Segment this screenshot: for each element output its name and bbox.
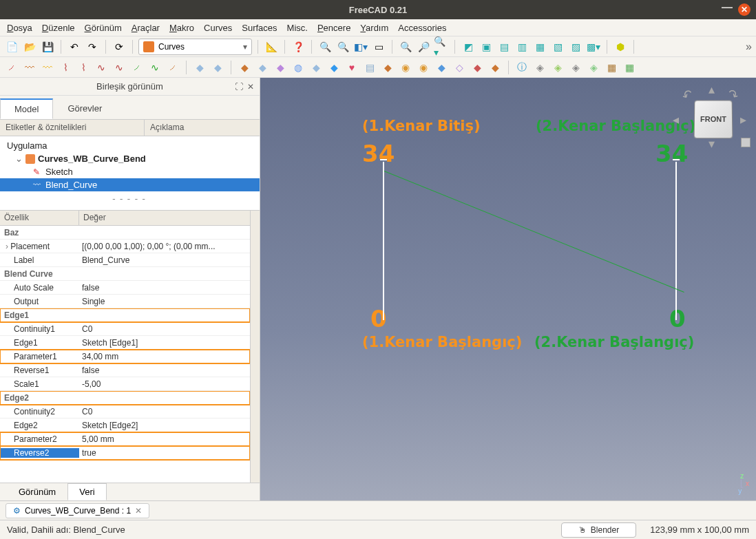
prop-auto scale[interactable]: Auto Scalefalse <box>0 281 250 295</box>
measure-icon[interactable]: 📐 <box>264 39 279 54</box>
bottom-view-icon[interactable]: ▧ <box>550 39 565 54</box>
new-file-icon[interactable]: 📄 <box>4 39 19 54</box>
surf-tool-16[interactable]: ◆ <box>470 60 485 75</box>
prop-group-baz[interactable]: Baz <box>0 226 250 240</box>
tree-item-blend-curve[interactable]: 〰 Blend_Curve <box>0 178 260 191</box>
prop-scale1[interactable]: Scale1-5,00 <box>0 377 250 391</box>
panel-close-icon[interactable]: ✕ <box>247 82 254 92</box>
top-view-icon[interactable]: ▤ <box>496 39 512 54</box>
sync-view-icon[interactable]: 🔍▾ <box>434 39 449 54</box>
right-view-icon[interactable]: ▥ <box>514 39 529 54</box>
menu-view[interactable]: Görünüm <box>85 23 122 33</box>
menu-misc[interactable]: Misc. <box>287 23 308 33</box>
zoom-all-icon[interactable]: 🔍 <box>335 39 350 54</box>
misc-tool-6[interactable]: ▦ <box>604 60 619 75</box>
misc-tool-5[interactable]: ◈ <box>586 60 601 75</box>
cube-ccw-icon[interactable]: ↶ <box>680 86 696 105</box>
curve-tool-4[interactable]: ⌇ <box>58 60 73 75</box>
close-tab-icon[interactable]: ✕ <box>135 506 142 516</box>
curve-tool-6[interactable]: ∿ <box>94 60 109 75</box>
workbench-select[interactable]: Curves ▾ <box>138 39 252 55</box>
zoom-out-icon[interactable]: 🔎 <box>416 39 431 54</box>
curve-tool-3[interactable]: 〰 <box>40 60 55 75</box>
surf-tool-8[interactable]: ◆ <box>326 60 342 75</box>
nav-cube[interactable]: ▴ ▾ ◂ ▸ ↶ ↷ FRONT <box>677 85 742 150</box>
misc-tool-3[interactable]: ◈ <box>550 60 565 75</box>
prop-placement[interactable]: › Placement[(0,00 0,00 1,00); 0,00 °; (0… <box>0 240 250 253</box>
undo-icon[interactable]: ↶ <box>67 39 82 54</box>
menu-tools[interactable]: Araçlar <box>132 23 160 33</box>
surf-tool-1[interactable]: ◆ <box>192 60 207 75</box>
menu-edit[interactable]: Düzenle <box>42 23 75 33</box>
cube-mini-icon[interactable] <box>741 138 750 147</box>
zoom-in-icon[interactable]: 🔍 <box>398 39 413 54</box>
cube-down-icon[interactable]: ▾ <box>708 136 715 151</box>
surf-tool-3[interactable]: ◆ <box>237 60 252 75</box>
prop-parameter2[interactable]: Parameter25,00 mm <box>0 432 250 446</box>
redo-icon[interactable]: ↷ <box>85 39 100 54</box>
cube-face-front[interactable]: FRONT <box>694 101 733 139</box>
bbox-icon[interactable]: ▭ <box>371 39 386 54</box>
misc-tool-7[interactable]: ▦ <box>622 60 637 75</box>
prop-reverse1[interactable]: Reverse1false <box>0 363 250 377</box>
tab-model[interactable]: Model <box>0 98 53 119</box>
menu-file[interactable]: Dosya <box>7 23 32 33</box>
close-icon[interactable]: ✕ <box>738 3 750 16</box>
cube-left-icon[interactable]: ◂ <box>673 112 679 127</box>
surf-tool-15[interactable]: ◇ <box>452 60 467 75</box>
tree-item-sketch[interactable]: ✎ Sketch <box>0 165 260 178</box>
save-file-icon[interactable]: 💾 <box>40 39 55 54</box>
iso-view-icon[interactable]: ◩ <box>461 39 476 54</box>
front-view-icon[interactable]: ▣ <box>479 39 494 54</box>
prop-parameter1[interactable]: Parameter134,00 mm <box>0 350 250 363</box>
tree-header-desc[interactable]: Açıklama <box>145 120 189 136</box>
curve-tool-2[interactable]: 〰 <box>22 60 37 75</box>
surf-tool-17[interactable]: ◆ <box>487 60 503 75</box>
cube-up-icon[interactable]: ▴ <box>708 82 715 97</box>
prop-label[interactable]: LabelBlend_Curve <box>0 253 250 267</box>
surf-tool-5[interactable]: ◆ <box>273 60 288 75</box>
surf-tool-4[interactable]: ◆ <box>255 60 270 75</box>
misc-tool-1[interactable]: ⓘ <box>514 60 529 75</box>
menu-surfaces[interactable]: Surfaces <box>242 23 277 33</box>
curve-tool-5[interactable]: ⌇ <box>76 60 91 75</box>
tree-separator[interactable]: ----- <box>0 191 260 206</box>
draw-style-icon[interactable]: ◧▾ <box>353 39 368 54</box>
open-file-icon[interactable]: 📂 <box>22 39 37 54</box>
menu-window[interactable]: Pencere <box>317 23 350 33</box>
whatsthis-icon[interactable]: ❓ <box>291 39 306 54</box>
expand-icon[interactable]: ⌄ <box>15 154 23 164</box>
misc-tool-4[interactable]: ◈ <box>568 60 583 75</box>
rear-view-icon[interactable]: ▦ <box>532 39 547 54</box>
surf-tool-13[interactable]: ◉ <box>416 60 431 75</box>
surf-tool-12[interactable]: ◉ <box>398 60 413 75</box>
refresh-icon[interactable]: ⟳ <box>112 39 127 54</box>
prop-group-edge2[interactable]: Edge2 <box>0 391 250 405</box>
property-scrollbar[interactable] <box>250 211 260 483</box>
menu-macro[interactable]: Makro <box>169 23 194 33</box>
toolbar-overflow-icon[interactable]: » <box>746 41 752 53</box>
prop-header-value[interactable]: Değer <box>79 211 110 225</box>
zoom-fit-icon[interactable]: 🔍 <box>317 39 333 54</box>
surf-tool-10[interactable]: ▤ <box>362 60 377 75</box>
left-view-icon[interactable]: ▨ <box>568 39 583 54</box>
btab-data[interactable]: Veri <box>67 483 106 500</box>
nav-style-select[interactable]: 🖱 Blender <box>561 522 636 538</box>
menu-curves[interactable]: Curves <box>204 23 232 33</box>
panel-restore-icon[interactable]: ⛶ <box>235 82 243 92</box>
part-icon[interactable]: ⬢ <box>613 39 628 54</box>
cube-right-icon[interactable]: ▸ <box>740 112 746 127</box>
menu-help[interactable]: Yardım <box>360 23 388 33</box>
tab-tasks[interactable]: Görevler <box>53 98 116 119</box>
prop-continuity2[interactable]: Continuity2C0 <box>0 405 250 419</box>
curve-tool-7[interactable]: ∿ <box>112 60 127 75</box>
surf-tool-14[interactable]: ◆ <box>434 60 449 75</box>
misc-tool-2[interactable]: ◈ <box>532 60 547 75</box>
prop-reverse2[interactable]: Reverse2true <box>0 446 250 460</box>
tree-header-labels[interactable]: Etiketler & öznitelikleri <box>0 120 145 136</box>
surf-tool-2[interactable]: ◆ <box>210 60 225 75</box>
menu-accessories[interactable]: Accessories <box>398 23 446 33</box>
prop-edge1[interactable]: Edge1Sketch [Edge1] <box>0 336 250 350</box>
minimize-icon[interactable]: — <box>722 3 733 16</box>
tree-root[interactable]: Uygulama <box>0 139 260 152</box>
